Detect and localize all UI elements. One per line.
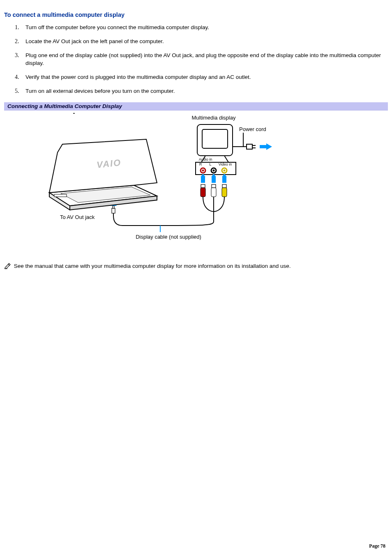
- label-audio-in: Audio in: [199, 157, 212, 161]
- label-multimedia-display: Multimedia display: [192, 115, 236, 121]
- laptop-icon: VAIO: [49, 113, 157, 210]
- page-number: Page 78: [369, 543, 385, 549]
- svg-rect-31: [113, 206, 114, 208]
- step-item: Verify that the power cord is plugged in…: [25, 74, 388, 81]
- connection-diagram: Multimedia display Audio in R L: [33, 113, 279, 244]
- svg-rect-23: [212, 184, 216, 188]
- svg-rect-38: [54, 194, 67, 197]
- svg-rect-24: [211, 188, 216, 197]
- step-item: Turn off the computer before you connect…: [25, 24, 388, 31]
- label-display-cable: Display cable (not supplied): [136, 234, 201, 240]
- svg-rect-11: [247, 144, 252, 149]
- svg-marker-16: [266, 143, 272, 150]
- svg-rect-22: [212, 177, 216, 183]
- plug-icon: [243, 144, 256, 149]
- label-l: L: [209, 162, 211, 166]
- step-item: Locate the AV Out jack on the left panel…: [25, 38, 388, 45]
- step-list: Turn off the computer before you connect…: [4, 24, 388, 95]
- monitor-icon: Audio in R L Video in: [196, 124, 236, 175]
- svg-rect-1: [202, 129, 228, 148]
- figure: Multimedia display Audio in R L: [33, 113, 279, 244]
- note-icon: [4, 263, 12, 272]
- svg-rect-20: [201, 188, 205, 197]
- step-item: Plug one end of the display cable (not s…: [25, 52, 388, 67]
- svg-rect-30: [112, 208, 115, 213]
- step-item: Turn on all external devices before you …: [25, 88, 388, 95]
- note-text: See the manual that came with your multi…: [14, 263, 291, 269]
- label-power-cord: Power cord: [239, 126, 266, 132]
- svg-rect-15: [260, 145, 266, 148]
- svg-point-39: [73, 113, 75, 114]
- svg-point-8: [224, 170, 226, 172]
- page-number-value: 78: [380, 543, 385, 549]
- page-label: Page: [369, 543, 380, 549]
- rca-plug-icon: [201, 174, 227, 197]
- svg-rect-27: [222, 184, 226, 188]
- svg-rect-18: [201, 177, 205, 183]
- svg-rect-26: [222, 177, 226, 183]
- section-heading: To connect a multimedia computer display: [4, 12, 388, 18]
- document-page: To connect a multimedia computer display…: [0, 0, 392, 555]
- note-row: See the manual that came with your multi…: [4, 263, 388, 272]
- arrow-right-icon: [260, 143, 272, 150]
- label-video-in: Video in: [219, 162, 232, 166]
- figure-caption-bar: Connecting a Multimedia Computer Display: [4, 102, 388, 111]
- svg-point-6: [213, 170, 215, 172]
- svg-rect-28: [222, 188, 227, 197]
- label-to-av-out: To AV Out jack: [60, 214, 95, 220]
- svg-rect-19: [201, 184, 205, 188]
- svg-point-4: [202, 170, 204, 172]
- label-r: R: [199, 162, 202, 166]
